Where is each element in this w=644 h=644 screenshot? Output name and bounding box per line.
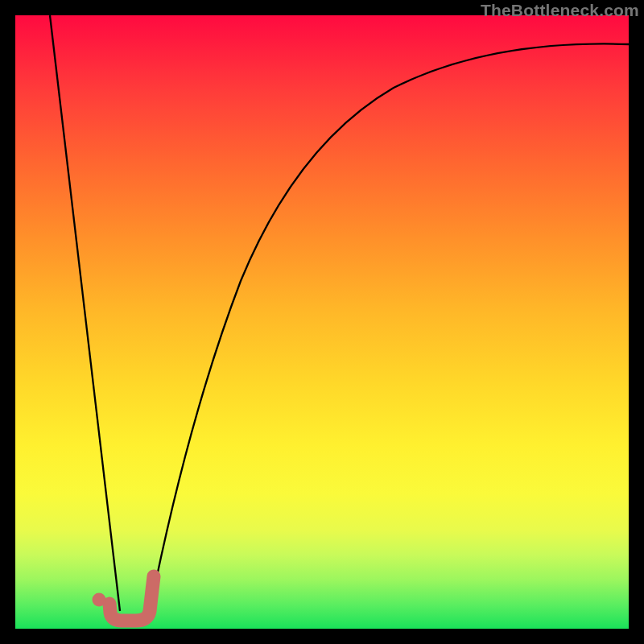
curve-layer bbox=[15, 15, 629, 629]
chart-frame: TheBottleneck.com bbox=[0, 0, 644, 644]
j-marker-dot bbox=[93, 593, 106, 607]
curve-left bbox=[50, 15, 120, 611]
curve-right bbox=[150, 43, 629, 611]
watermark-text: TheBottleneck.com bbox=[481, 1, 639, 20]
